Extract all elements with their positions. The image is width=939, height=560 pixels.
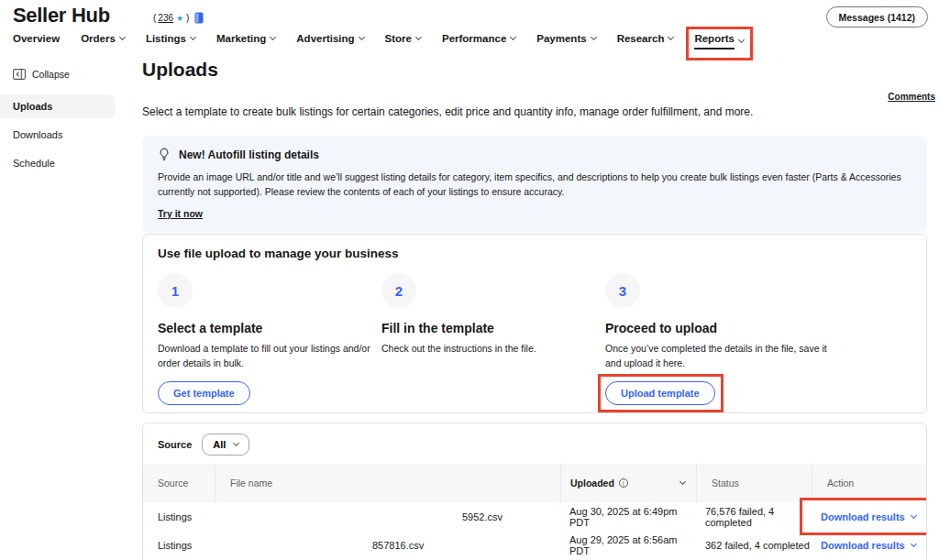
step-fill-template: 2 Fill in the template Check out the ins… (381, 273, 605, 405)
page-title: Uploads (142, 59, 218, 81)
nav-item-advertising[interactable]: Advertising (296, 33, 363, 49)
feedback-open-paren: ( (153, 13, 156, 23)
step-title: Select a template (158, 321, 381, 335)
cell-uploaded: Aug 30, 2025 at 6:49pm PDT (560, 506, 696, 528)
feedback-count-link[interactable]: 236 (158, 13, 173, 23)
chevron-down-icon (415, 34, 422, 40)
feedback-star-icon: ★ (176, 14, 183, 23)
cell-file-name: 857816.csv (215, 540, 560, 551)
download-results-link[interactable]: Download results (812, 540, 926, 551)
chevron-down-icon (119, 34, 126, 40)
download-results-link[interactable]: Download results (812, 511, 926, 522)
chevron-down-icon (738, 37, 745, 43)
step-number-badge: 1 (158, 273, 193, 308)
step-number-badge: 3 (605, 273, 640, 308)
intro-text: Select a template to create bulk listing… (142, 105, 931, 118)
lightbulb-icon (158, 148, 171, 161)
chevron-down-icon (510, 34, 516, 40)
step-number-badge: 2 (381, 273, 416, 308)
column-header-status: Status (696, 464, 812, 502)
banner-body: Provide an image URL and/or title and we… (158, 170, 911, 200)
get-template-button[interactable]: Get template (158, 381, 250, 405)
chevron-down-icon (911, 511, 917, 518)
chevron-down-icon (668, 34, 674, 40)
sidebar-item-uploads[interactable]: Uploads (0, 94, 116, 118)
sort-chevron-icon[interactable] (679, 478, 686, 485)
collapse-label: Collapse (32, 69, 70, 80)
info-icon[interactable] (619, 478, 628, 488)
nav-item-orders[interactable]: Orders (81, 33, 125, 49)
seller-hub-page: Seller Hub ( 236 ★ ) Messages (1412) Ove… (0, 0, 939, 560)
table-row: Listings 857816.csv Aug 29, 2025 at 6:56… (143, 531, 926, 559)
sidebar-item-downloads[interactable]: Downloads (0, 123, 116, 147)
steps-card-title: Use file upload to manage your business (158, 247, 911, 260)
cell-file-name: 5952.csv (215, 511, 560, 522)
column-header-source: Source (143, 464, 215, 502)
chevron-down-icon (270, 34, 276, 40)
store-icon (194, 12, 204, 24)
comments-link[interactable]: Comments (888, 92, 935, 102)
source-filter-value: All (213, 439, 226, 450)
table-row: Listings 5952.csv Aug 30, 2025 at 6:49pm… (143, 502, 926, 531)
nav-item-reports[interactable]: Reports (694, 33, 743, 55)
banner-title: New! Autofill listing details (179, 148, 319, 161)
nav-item-overview[interactable]: Overview (13, 33, 60, 49)
step-description: Check out the instructions in the file. (381, 342, 600, 357)
file-upload-steps-card: Use file upload to manage your business … (142, 234, 927, 413)
source-filter-label: Source (158, 439, 192, 450)
column-header-action: Action (812, 464, 926, 502)
autofill-banner: New! Autofill listing details Provide an… (142, 136, 927, 233)
source-filter-dropdown[interactable]: All (202, 434, 249, 456)
step-select-template: 1 Select a template Download a template … (158, 273, 381, 405)
cell-status: 76,576 failed, 4 completed (696, 506, 812, 528)
chevron-down-icon (190, 34, 196, 40)
nav-item-listings[interactable]: Listings (146, 33, 195, 49)
step-proceed-upload: 3 Proceed to upload Once you’ve complete… (605, 273, 911, 405)
annotation-box-upload-template (598, 374, 724, 412)
try-it-now-link[interactable]: Try it now (158, 208, 203, 219)
nav-item-performance[interactable]: Performance (442, 33, 515, 49)
column-header-uploaded[interactable]: Uploaded (560, 464, 696, 502)
chevron-down-icon (911, 540, 917, 546)
nav-item-marketing[interactable]: Marketing (216, 33, 275, 49)
nav-item-payments[interactable]: Payments (536, 33, 595, 49)
chevron-down-icon (591, 34, 597, 40)
column-header-file-name: File name (215, 464, 560, 502)
collapse-button[interactable]: Collapse (13, 69, 116, 80)
cell-uploaded: Aug 29, 2025 at 6:56am PDT (560, 534, 696, 556)
cell-status: 362 failed, 4 completed (696, 540, 812, 551)
messages-button[interactable]: Messages (1412) (826, 6, 928, 27)
upload-template-button[interactable]: Upload template (605, 381, 715, 405)
feedback-close-paren: ) (186, 13, 189, 23)
feedback-score: ( 236 ★ ) (153, 12, 204, 24)
step-description: Download a template to fill out your lis… (158, 342, 376, 371)
app-title: Seller Hub (13, 4, 110, 27)
cell-source: Listings (143, 511, 215, 522)
sidebar-item-schedule[interactable]: Schedule (0, 151, 116, 175)
step-title: Fill in the template (381, 321, 605, 335)
nav-item-store[interactable]: Store (385, 33, 421, 49)
chevron-down-icon (359, 34, 365, 40)
table-header-row: Source File name Uploaded Status Action (143, 464, 926, 502)
sidebar: Collapse Uploads Downloads Schedule (0, 66, 116, 180)
uploads-table-card: Source All Source File name Uploaded Sta… (142, 423, 927, 560)
cell-source: Listings (143, 540, 215, 551)
primary-nav: Overview Orders Listings Marketing Adver… (13, 33, 744, 55)
nav-item-research[interactable]: Research (617, 33, 674, 49)
collapse-icon (13, 69, 26, 80)
step-title: Proceed to upload (605, 321, 911, 335)
chevron-down-icon (233, 440, 239, 446)
step-description: Once you’ve completed the details in the… (605, 342, 839, 371)
